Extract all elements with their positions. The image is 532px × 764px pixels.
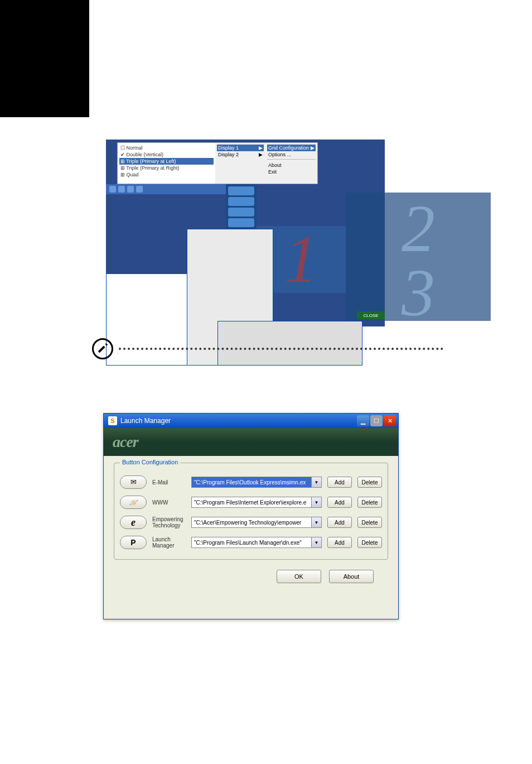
row-label-empowering: Empowering Technology [152, 516, 186, 528]
minimize-button[interactable]: ▁ [357, 415, 369, 426]
display-submenu: Display 1▶ Display 2▶ [215, 143, 265, 184]
delete-button[interactable]: Delete [357, 537, 382, 548]
row-email: E-Mail ▼ Add Delete [120, 475, 382, 489]
gridvista-context-menu: ☐ Normal ✔ Double (Vertical) ⊞ Triple (P… [117, 142, 318, 184]
row-www: WWW ▼ Add Delete [120, 496, 382, 509]
menu-item-gridconfig[interactable]: Grid Configuration▶ [267, 145, 316, 151]
row-label-email: E-Mail [152, 479, 186, 486]
dotted-rule [119, 348, 443, 350]
page-sidestrip [0, 0, 89, 117]
chevron-down-icon[interactable]: ▼ [312, 537, 322, 548]
grid-layout-list: ☐ Normal ✔ Double (Vertical) ⊞ Triple (P… [118, 143, 215, 184]
titlebar[interactable]: S Launch Manager ▁ ☐ ✕ [104, 414, 398, 428]
mail-icon[interactable] [120, 475, 147, 489]
button-config-group: Button Configuration E-Mail ▼ Add Delete… [114, 463, 388, 560]
row-launchmgr: P Launch Manager ▼ Add Delete [120, 536, 382, 549]
about-button[interactable]: About [329, 570, 374, 583]
row-label-www: WWW [152, 499, 186, 506]
ok-button[interactable]: OK [277, 570, 321, 583]
row-label-launchmgr: Launch Manager [152, 536, 186, 549]
actions-submenu: Grid Configuration▶ Options ... About Ex… [265, 143, 317, 184]
path-input-email[interactable] [191, 477, 312, 488]
gridvista-screenshot: ☐ Normal ✔ Double (Vertical) ⊞ Triple (P… [106, 140, 385, 326]
delete-button[interactable]: Delete [357, 477, 382, 488]
empowering-icon[interactable]: e [120, 516, 147, 529]
menu-item-triple-left[interactable]: ⊞ Triple (Primary at Left) [119, 158, 214, 165]
section-label: Button Configuration [120, 459, 180, 465]
note-divider [92, 338, 443, 360]
path-input-empowering[interactable] [191, 517, 312, 528]
add-button[interactable]: Add [327, 517, 352, 528]
chevron-down-icon[interactable]: ▼ [312, 497, 322, 508]
path-combo-empowering[interactable]: ▼ [191, 517, 322, 528]
delete-button[interactable]: Delete [357, 517, 382, 528]
menu-item-exit[interactable]: Exit [267, 169, 316, 175]
menu-item-quad[interactable]: ⊞ Quad [119, 171, 214, 178]
menu-item-display1[interactable]: Display 1▶ [217, 145, 264, 151]
app-icon: S [108, 416, 117, 425]
p-key-icon[interactable]: P [120, 536, 147, 549]
dialog-footer: OK About [114, 560, 388, 583]
close-button[interactable]: ✕ [384, 415, 396, 426]
chevron-down-icon[interactable]: ▼ [312, 477, 322, 488]
menu-item-triple-right[interactable]: ⊞ Triple (Primary at Right) [119, 165, 214, 171]
pencil-note-icon [92, 338, 113, 359]
launch-manager-window: S Launch Manager ▁ ☐ ✕ acer Button Confi… [103, 413, 399, 619]
add-button[interactable]: Add [327, 477, 352, 488]
menu-item-options[interactable]: Options ... [267, 151, 316, 158]
menu-item-about[interactable]: About [267, 162, 316, 169]
path-input-www[interactable] [191, 497, 312, 508]
row-empowering: e Empowering Technology ▼ Add Delete [120, 516, 382, 529]
path-combo-www[interactable]: ▼ [191, 497, 322, 508]
add-button[interactable]: Add [327, 497, 352, 508]
menu-item-display2[interactable]: Display 2▶ [217, 151, 264, 158]
delete-button[interactable]: Delete [357, 497, 382, 508]
window-title: Launch Manager [120, 417, 357, 425]
menu-item-double[interactable]: ✔ Double (Vertical) [119, 151, 214, 158]
add-button[interactable]: Add [327, 537, 352, 548]
desktop-area: 1 2 3 CLOSE [106, 184, 385, 326]
menu-separator [267, 159, 316, 161]
close-tag: CLOSE [357, 311, 385, 319]
planet-icon[interactable] [120, 496, 147, 509]
acer-logo: acer [113, 433, 138, 451]
menu-item-normal[interactable]: ☐ Normal [119, 145, 214, 151]
path-input-launchmgr[interactable] [191, 537, 312, 548]
path-combo-launchmgr[interactable]: ▼ [191, 537, 322, 548]
maximize-button: ☐ [370, 415, 383, 426]
chevron-down-icon[interactable]: ▼ [312, 517, 322, 528]
brand-banner: acer [104, 428, 398, 456]
top-taskbar [106, 184, 229, 194]
path-combo-email[interactable]: ▼ [191, 477, 322, 488]
